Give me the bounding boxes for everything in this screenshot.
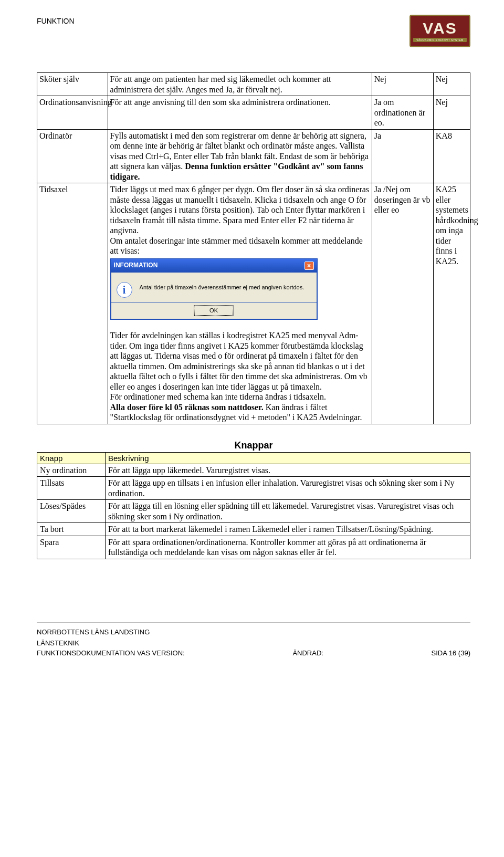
text: Alla doser före kl 05 räknas som nattdos… <box>110 402 370 423</box>
table-row: Ta bort För att ta bort markerat läkemed… <box>37 523 470 536</box>
footer-mid: ÄNDRAD: <box>292 649 323 657</box>
table-row: Löses/Spädes För att lägga till en lösni… <box>37 500 470 523</box>
text-bold: Alla doser före kl 05 räknas som nattdos… <box>110 403 264 412</box>
footer-line3: FUNKTIONSDOKUMENTATION VAS VERSION: ÄNDR… <box>37 649 470 657</box>
table-row: Tider för avdelningen kan ställas i kodr… <box>37 321 470 424</box>
info-icon: i <box>117 282 132 298</box>
cell-desc: För att ta bort markerat läkemedel i ram… <box>106 523 470 536</box>
cell-col4: Nej <box>433 96 470 130</box>
cell-knapp: Ta bort <box>37 523 106 536</box>
logo-text: VAS <box>423 20 457 36</box>
page-header: FUNKTION VAS VÅRDADMINISTRATIVT SYSTEM <box>37 15 470 47</box>
cell-desc: Tider för avdelningen kan ställas i kodr… <box>108 321 372 424</box>
cell-knapp: Spara <box>37 536 106 559</box>
cell-col3: Ja /Nej om doseringen är vb eller eo <box>372 183 433 321</box>
close-icon[interactable]: × <box>304 262 314 270</box>
cell-label: Ordinatör <box>37 129 108 183</box>
footer-right: SIDA 16 (39) <box>432 649 470 657</box>
text: Tider för avdelningen kan ställas i kodr… <box>110 330 370 392</box>
logo-subtitle: VÅRDADMINISTRATIVT SYSTEM <box>413 38 467 42</box>
section-heading-knappar: Knappar <box>37 440 470 451</box>
table-row: Tidsaxel Tider läggs ut med max 6 gånger… <box>37 183 470 321</box>
page-footer: NORRBOTTENS LÄNS LANDSTING LÄNSTEKNIK FU… <box>37 622 470 657</box>
table-row: Sköter själv För att ange om patienten h… <box>37 73 470 96</box>
ok-button[interactable]: OK <box>194 306 233 316</box>
cell-desc: För att ange anvisning till den som ska … <box>108 96 372 130</box>
cell-col3: Ja om ordinationen är eo. <box>372 96 433 130</box>
cell-empty <box>372 321 433 424</box>
header-title: FUNKTION <box>37 15 75 25</box>
table-row: Spara För att spara ordinationen/ordinat… <box>37 536 470 559</box>
text: Om antalet doseringar inte stämmer med t… <box>110 236 370 256</box>
cell-col4: KA25 eller systemets hårdkodning om inga… <box>433 183 470 321</box>
cell-knapp: Löses/Spädes <box>37 500 106 523</box>
cell-desc: För att lägga till en lösning eller späd… <box>106 500 470 523</box>
text: Tider läggs ut med max 6 gånger per dygn… <box>110 184 370 236</box>
cell-desc: För att ange om patienten har med sig lä… <box>108 73 372 96</box>
cell-label: Tidsaxel <box>37 183 108 321</box>
text: För ordinationer med schema kan inte tid… <box>110 392 370 402</box>
cell-col4: Nej <box>433 73 470 96</box>
table-row: Ordinatör Fylls automatiskt i med den so… <box>37 129 470 183</box>
table-row: Tillsats För att lägga upp en tillsats i… <box>37 477 470 500</box>
knappar-table: Knapp Beskrivning Ny ordination För att … <box>37 452 470 559</box>
cell-desc: Tider läggs ut med max 6 gånger per dygn… <box>108 183 372 321</box>
fields-table: Sköter själv För att ange om patienten h… <box>37 72 470 424</box>
cell-col3: Nej <box>372 73 433 96</box>
cell-desc: För att lägga upp läkemedel. Varuregistr… <box>106 464 470 477</box>
vas-logo: VAS VÅRDADMINISTRATIVT SYSTEM <box>410 15 470 47</box>
cell-label: Sköter själv <box>37 73 108 96</box>
cell-desc: För att lägga upp en tillsats i en infus… <box>106 477 470 500</box>
footer-left: FUNKTIONSDOKUMENTATION VAS VERSION: <box>37 649 185 657</box>
cell-empty <box>37 321 108 424</box>
dialog-title-text: INFORMATION <box>114 262 158 269</box>
info-dialog: INFORMATION × i Antal tider på timaxeln … <box>110 258 318 320</box>
cell-col3: Ja <box>372 129 433 183</box>
cell-knapp: Tillsats <box>37 477 106 500</box>
cell-desc: Fylls automatiskt i med den som registre… <box>108 129 372 183</box>
table-row: Ny ordination För att lägga upp läkemede… <box>37 464 470 477</box>
cell-label: Ordinationsanvisning <box>37 96 108 130</box>
table-row: Ordinationsanvisning För att ange anvisn… <box>37 96 470 130</box>
dialog-message: Antal tider på timaxeln överensstämmer e… <box>140 281 311 291</box>
cell-empty <box>433 321 470 424</box>
th-beskrivning: Beskrivning <box>106 452 470 464</box>
cell-knapp: Ny ordination <box>37 464 106 477</box>
footer-line2: LÄNSTEKNIK <box>37 639 470 647</box>
footer-line1: NORRBOTTENS LÄNS LANDSTING <box>37 628 470 636</box>
th-knapp: Knapp <box>37 452 106 464</box>
dialog-titlebar: INFORMATION × <box>111 259 317 273</box>
cell-desc: För att spara ordinationen/ordinationern… <box>106 536 470 559</box>
cell-col4: KA8 <box>433 129 470 183</box>
